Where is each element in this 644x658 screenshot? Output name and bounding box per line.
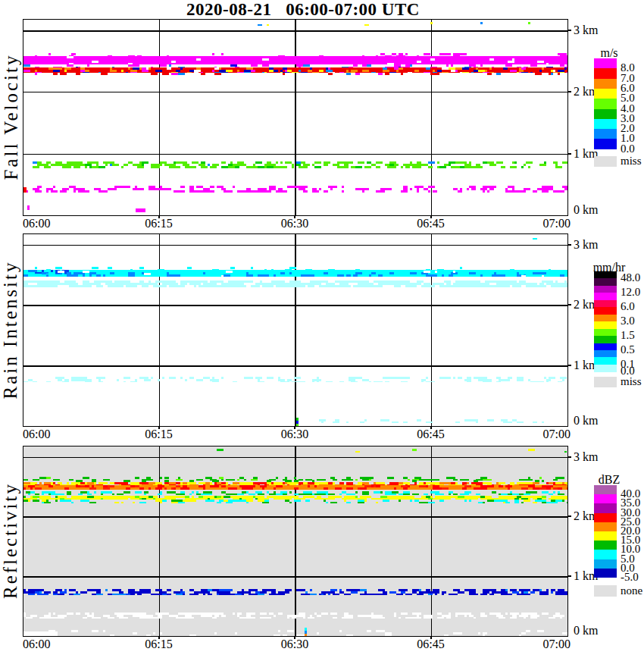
y-tick-label-zero: 0 km	[574, 415, 608, 427]
rain-intensity-legend-color-block	[594, 271, 617, 279]
rain-intensity-legend-tick-label: 0.5	[621, 344, 644, 356]
x-tick-mark	[430, 426, 432, 429]
reflectivity-axis-title-text: Reflectivity	[0, 482, 21, 599]
y-tick-mark	[567, 153, 571, 155]
x-tick-mark	[158, 426, 160, 429]
x-tick-label: 06:15	[136, 218, 182, 229]
rain-intensity-panel	[23, 233, 568, 427]
figure-title: 2020-08-21 06:00-07:00 UTC	[0, 0, 606, 20]
y-tick-label: 3 km	[574, 24, 608, 36]
rain-intensity-data-canvas	[23, 234, 567, 426]
reflectivity-legend-color-block	[594, 513, 617, 523]
rain-intensity-legend-color-block	[594, 321, 617, 329]
y-tick-mark	[567, 244, 571, 246]
y-tick-label-zero: 0 km	[574, 204, 608, 216]
fall-velocity-axis-title-text: Fall Velocity	[0, 53, 21, 180]
rain-intensity-legend-color-block	[594, 278, 617, 286]
reflectivity-legend-missing-label: none	[621, 585, 644, 597]
x-tick-mark	[294, 426, 295, 429]
reflectivity-legend-color-block	[594, 494, 617, 504]
fall-velocity-legend-color-block	[594, 109, 617, 120]
rain-intensity-legend-color-block	[594, 286, 617, 293]
fall-velocity-panel	[23, 19, 568, 216]
rain-intensity-legend-tick-label: 1.5	[621, 330, 644, 341]
y-tick-mark	[567, 456, 571, 458]
fall-velocity-legend-missing-block	[594, 156, 617, 167]
fall-velocity-legend-title: m/s	[589, 47, 629, 58]
x-tick-label: 06:45	[408, 638, 454, 650]
rain-intensity-legend-tick-label: 6.0	[621, 301, 644, 312]
x-tick-label: 06:00	[23, 638, 68, 650]
reflectivity-legend-color-block	[594, 569, 617, 578]
rain-intensity-legend-color-block	[594, 336, 617, 343]
rain-intensity-legend-color-block	[594, 307, 617, 315]
rain-intensity-axis-title-text: Rain Intensity	[0, 260, 21, 399]
fall-velocity-axis-title: Fall Velocity	[0, 19, 21, 215]
reflectivity-panel	[23, 446, 568, 637]
x-tick-label: 07:00	[525, 218, 571, 229]
x-tick-mark	[294, 215, 295, 218]
fall-velocity-legend-color-block	[594, 119, 617, 130]
reflectivity-legend-color-block	[594, 550, 617, 559]
rain-intensity-legend-missing-block	[594, 377, 617, 387]
fall-velocity-legend-color-block	[594, 79, 617, 89]
fall-velocity-legend-color-block	[594, 139, 617, 149]
reflectivity-legend-color-block	[594, 531, 617, 541]
fall-velocity-data-canvas	[23, 20, 567, 215]
rain-intensity-legend-color-block	[594, 300, 617, 308]
reflectivity-legend-color-block	[594, 540, 617, 550]
rain-intensity-axis-title: Rain Intensity	[0, 233, 21, 425]
x-tick-label: 06:00	[23, 428, 68, 440]
y-tick-label: 3 km	[574, 239, 608, 251]
x-tick-label: 06:15	[136, 638, 182, 650]
x-tick-label: 06:30	[272, 428, 317, 440]
rain-intensity-legend-tick-label: 12.0	[621, 287, 644, 298]
x-tick-label: 06:30	[272, 638, 317, 650]
reflectivity-legend-color-block	[594, 503, 617, 513]
x-tick-label: 06:15	[136, 428, 182, 440]
x-tick-label: 06:00	[23, 218, 68, 229]
fall-velocity-legend-color-block	[594, 99, 617, 109]
y-tick-mark	[567, 575, 571, 577]
radar-time-height-figure: 2020-08-21 06:00-07:00 UTC Fall Velocity…	[0, 0, 644, 658]
y-tick-mark	[567, 30, 571, 31]
rain-intensity-legend-color-block	[594, 293, 617, 300]
rain-intensity-legend-color-block	[594, 350, 617, 358]
x-tick-mark	[430, 636, 432, 639]
reflectivity-legend-missing-block	[594, 585, 617, 597]
fall-velocity-legend-color-block	[594, 89, 617, 99]
rain-intensity-legend-color-block	[594, 365, 617, 372]
fall-velocity-legend-color-block	[594, 129, 617, 139]
y-tick-mark	[567, 515, 571, 517]
fall-velocity-legend-color-block	[594, 68, 617, 79]
reflectivity-legend-tick-label: -5.0	[621, 572, 644, 583]
x-tick-label: 06:30	[272, 218, 317, 229]
fall-velocity-legend-tick-label: 0.0	[621, 143, 644, 155]
rain-intensity-legend-color-block	[594, 315, 617, 322]
reflectivity-legend-title: dBZ	[589, 474, 629, 485]
x-tick-label: 06:45	[408, 428, 454, 440]
fall-velocity-legend-missing-label: miss	[621, 155, 644, 167]
rain-intensity-legend-color-block	[594, 357, 617, 365]
rain-intensity-legend-color-block	[594, 343, 617, 351]
rain-intensity-legend-missing-label: miss	[621, 376, 644, 387]
rain-intensity-legend-tick-label: 3.0	[621, 315, 644, 327]
x-tick-label: 07:00	[525, 638, 571, 650]
reflectivity-legend-color-block	[594, 485, 617, 495]
fall-velocity-legend-color-block	[594, 58, 617, 69]
rain-intensity-legend-color-block	[594, 329, 617, 337]
rain-intensity-legend-tick-label: 48.0	[621, 272, 644, 284]
x-tick-mark	[294, 636, 295, 639]
x-tick-label: 07:00	[525, 428, 571, 440]
x-tick-mark	[158, 215, 160, 218]
y-tick-mark	[567, 365, 571, 366]
y-tick-label-zero: 0 km	[574, 625, 608, 637]
y-tick-mark	[567, 304, 571, 306]
reflectivity-axis-title: Reflectivity	[0, 446, 21, 635]
x-tick-mark	[430, 215, 432, 218]
reflectivity-data-canvas	[23, 446, 567, 636]
x-tick-label: 06:45	[408, 218, 454, 229]
y-tick-label: 3 km	[574, 451, 608, 463]
y-tick-mark	[567, 91, 571, 92]
x-tick-mark	[158, 636, 160, 639]
